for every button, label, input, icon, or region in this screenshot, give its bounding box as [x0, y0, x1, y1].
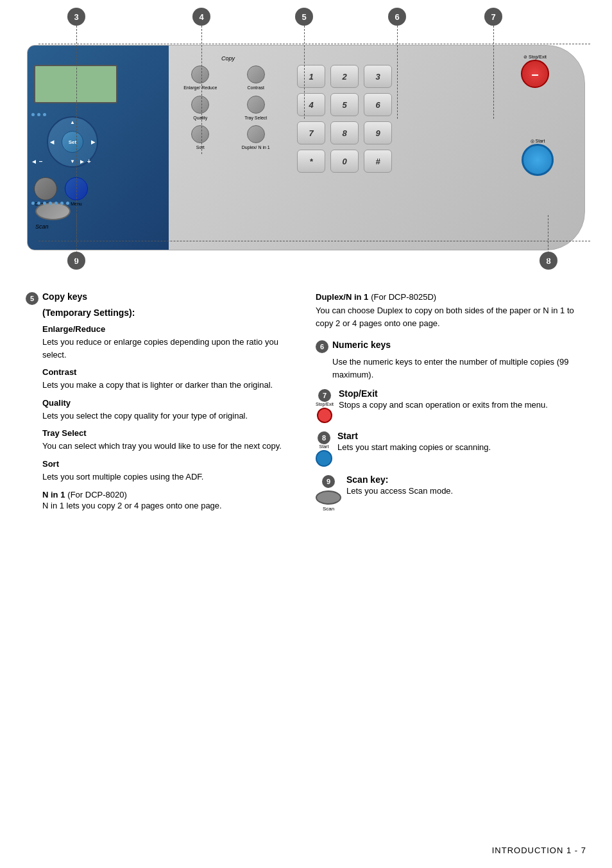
quality-item: Quality	[175, 96, 226, 121]
scan-key-text: Scan key: Lets you access Scan mode.	[346, 474, 453, 499]
num-6-button[interactable]: 6	[364, 93, 392, 116]
numeric-keys-body: Use the numeric keys to enter the number…	[332, 356, 586, 381]
sort-button[interactable]	[191, 125, 209, 143]
stop-exit-heading: Stop/Exit	[339, 388, 378, 399]
num-4-button[interactable]: 4	[297, 93, 325, 116]
tray-select-body: You can select which tray you would like…	[42, 440, 296, 453]
duplex-suffix: (For DCP-8025D)	[371, 292, 436, 302]
stop-exit-section-badge: 7	[318, 389, 331, 402]
dashed-line-7	[493, 26, 494, 119]
callout-3: 3	[67, 8, 85, 26]
duplex-item: Duplex/ N in 1	[231, 125, 282, 150]
copy-keys-heading-row: 5 Copy keys	[26, 291, 296, 305]
scan-key-section: 9 Scan Scan key: Lets you access Scan mo…	[316, 474, 586, 512]
sort-heading: Sort	[42, 459, 296, 469]
n-in-1-body: N in 1 lets you copy 2 or 4 pages onto o…	[42, 499, 296, 512]
n-in-1-heading: N in 1	[42, 490, 65, 499]
duplex-heading-row: Duplex/N in 1 (For DCP-8025D)	[316, 291, 586, 302]
tray-select-heading: Tray Select	[42, 428, 296, 438]
quality-button[interactable]	[191, 96, 209, 114]
left-section: ▲ ▼ ◀ ▶ Set ◄ – ► + Clear/Back	[28, 46, 169, 250]
tray-select-button[interactable]	[247, 96, 265, 114]
numeric-keys-content: Use the numeric keys to enter the number…	[332, 356, 586, 381]
tray-select-label: Tray Select	[244, 116, 267, 121]
start-text: Start Lets you start making copies or sc…	[337, 431, 491, 455]
dashed-line-5	[304, 26, 305, 119]
enlarge-reduce-heading: Enlarge/Reduce	[42, 324, 296, 334]
num-hash-button[interactable]: #	[364, 150, 392, 173]
scan-key-badge: 9	[322, 475, 335, 488]
display-screen	[34, 65, 117, 103]
nav-up-arrow: ▲	[70, 119, 75, 125]
minus-icon: –	[531, 67, 538, 80]
nav-right-arrow: ▶	[91, 139, 95, 145]
num-1-button[interactable]: 1	[297, 65, 325, 88]
footer-text: INTRODUCTION 1 - 7	[492, 846, 586, 855]
scan-key-icon-col: 9 Scan	[316, 474, 341, 512]
temp-settings-heading: (Temporary Settings):	[42, 308, 296, 318]
contrast-label: Contrast	[248, 85, 264, 91]
copy-btns-row1: Enlarge/ Reduce Contrast	[175, 65, 281, 91]
stop-exit-button[interactable]: –	[521, 60, 549, 88]
copy-title: Copy	[175, 55, 281, 62]
copy-keys-heading: Copy keys	[42, 291, 87, 302]
device-diagram: 3 4 5 6 7	[0, 0, 612, 276]
num-3-button[interactable]: 3	[364, 65, 392, 88]
scan-oval-button[interactable]	[35, 202, 71, 220]
dashed-line-6	[397, 26, 398, 119]
clear-back-button[interactable]	[34, 177, 57, 200]
num-9-button[interactable]: 9	[364, 121, 392, 144]
start-icon-col: 8 Start	[316, 431, 332, 467]
stop-exit-label-above: ⊘ Stop/Exit	[521, 55, 549, 60]
num-star-button[interactable]: *	[297, 150, 325, 173]
duplex-block: Duplex/N in 1 (For DCP-8025D) You can ch…	[316, 291, 586, 329]
quality-label: Quality	[193, 116, 207, 121]
start-section-badge: 8	[318, 431, 330, 444]
start-area: ◎ Start	[522, 139, 554, 176]
set-button[interactable]: Set	[62, 131, 83, 153]
scan-area: Scan	[35, 202, 71, 230]
start-section: 8 Start Start Lets you start making copi…	[316, 431, 586, 467]
contrast-heading: Contrast	[42, 367, 296, 377]
stop-exit-section: 7 Stop/Exit Stop/Exit Stops a copy and s…	[316, 388, 586, 423]
enlarge-reduce-label: Enlarge/ Reduce	[183, 85, 217, 91]
copy-section: Copy Enlarge/ Reduce Contrast Quality	[175, 55, 281, 150]
start-button[interactable]	[522, 144, 554, 176]
callout-5: 5	[295, 8, 313, 26]
duplex-heading: Duplex/N in 1	[316, 292, 368, 302]
n-in-1-suffix-text: (For DCP-8020)	[67, 490, 126, 499]
start-heading: Start	[337, 431, 358, 441]
tray-select-item: Tray Select	[231, 96, 282, 121]
dot-matrix-top	[30, 48, 158, 53]
scan-key-oval-icon	[316, 490, 341, 505]
right-column: Duplex/N in 1 (For DCP-8025D) You can ch…	[316, 282, 586, 514]
device-panel: ▲ ▼ ◀ ▶ Set ◄ – ► + Clear/Back	[27, 45, 585, 250]
start-small-label: Start	[319, 444, 329, 449]
num-0-button[interactable]: 0	[330, 150, 359, 173]
numeric-keypad: 1 2 3 4 5 6 7 8 9 * 0 #	[297, 65, 392, 173]
callout-4: 4	[192, 8, 210, 26]
stop-exit-body: Stops a copy and scan operation or exits…	[339, 399, 548, 412]
num-2-button[interactable]: 2	[330, 65, 359, 88]
sort-label: Sort	[196, 145, 205, 150]
start-label-above: ◎ Start	[522, 139, 554, 144]
scan-small-label: Scan	[323, 506, 334, 512]
sort-item: Sort	[175, 125, 226, 150]
scan-key-body: Lets you access Scan mode.	[346, 485, 453, 498]
plus-indicator: ► +	[79, 158, 91, 165]
dashed-line-h2	[38, 241, 590, 241]
stop-exit-small-label: Stop/Exit	[316, 402, 334, 406]
contrast-button[interactable]	[247, 65, 265, 83]
enlarge-reduce-button[interactable]	[191, 65, 209, 83]
page-footer: INTRODUCTION 1 - 7	[492, 846, 586, 855]
dot-row-left	[31, 113, 46, 116]
duplex-label: Duplex/ N in 1	[242, 145, 270, 150]
num-8-button[interactable]: 8	[330, 121, 359, 144]
num-7-button[interactable]: 7	[297, 121, 325, 144]
numeric-keys-heading: Numeric keys	[332, 340, 391, 350]
duplex-button[interactable]	[247, 125, 265, 143]
dashed-line-3	[76, 26, 77, 244]
num-5-button[interactable]: 5	[330, 93, 359, 116]
nav-down-arrow: ▼	[70, 159, 75, 164]
copy-keys-badge: 5	[26, 292, 38, 305]
